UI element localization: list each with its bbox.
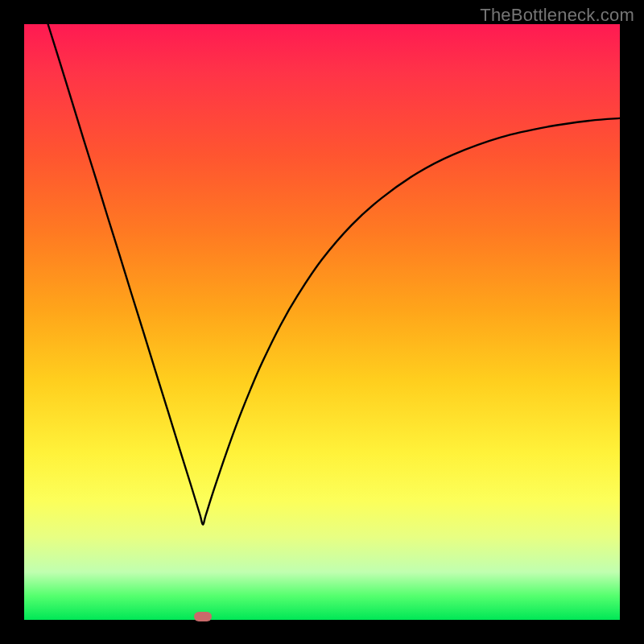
attribution-text: TheBottleneck.com	[480, 5, 634, 26]
minimum-marker	[194, 612, 212, 621]
bottleneck-curve	[24, 24, 620, 620]
chart-frame: TheBottleneck.com	[0, 0, 644, 644]
